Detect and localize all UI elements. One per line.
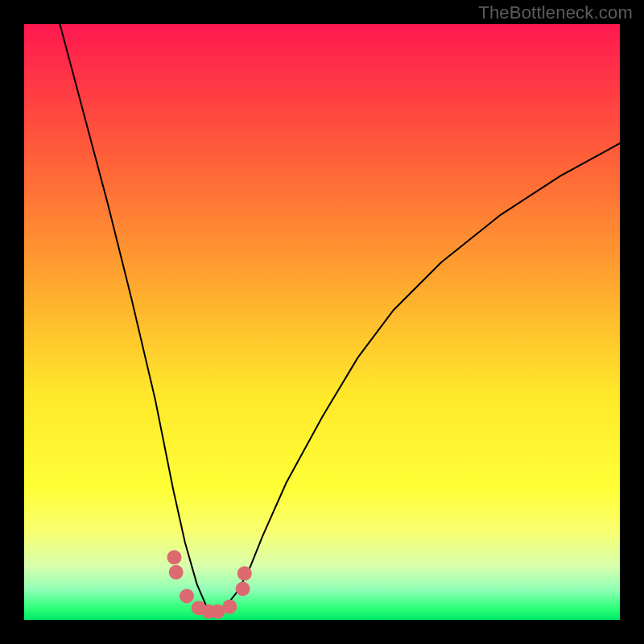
curve-svg [24, 24, 620, 620]
marker-dot [169, 565, 184, 580]
marker-dot [236, 582, 250, 597]
plot-area [24, 24, 620, 620]
bottleneck-curve [60, 24, 620, 611]
marker-dot [167, 550, 182, 564]
marker-dot [180, 588, 194, 603]
curve-markers [167, 550, 252, 618]
watermark-label: TheBottleneck.com [478, 2, 633, 23]
marker-dot [237, 566, 252, 580]
marker-dot [222, 600, 237, 614]
chart-container: TheBottleneck.com [0, 0, 644, 644]
